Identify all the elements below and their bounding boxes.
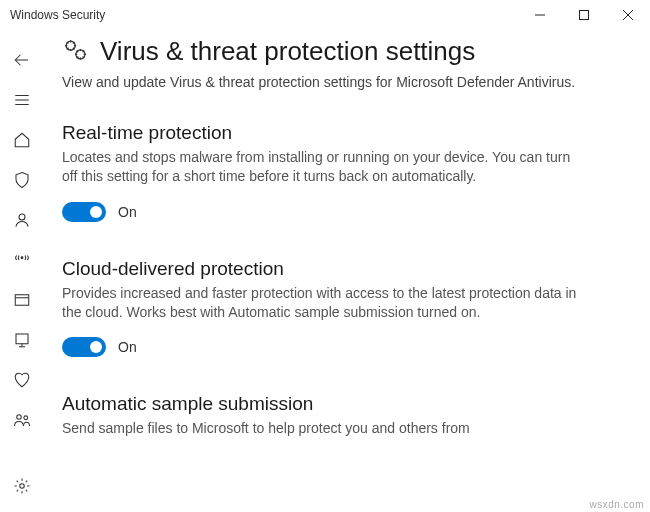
app-body: Virus & threat protection settings View … [0,30,650,512]
realtime-desc: Locates and stops malware from installin… [62,148,582,186]
page-header: Virus & threat protection settings [62,36,614,67]
svg-rect-10 [15,295,29,306]
titlebar: Windows Security [0,0,650,30]
realtime-title: Real-time protection [62,122,582,144]
cloud-toggle[interactable] [62,337,106,357]
svg-point-15 [17,415,22,420]
sidebar-item-firewall[interactable] [0,240,44,280]
sidebar-item-device-health[interactable] [0,360,44,400]
sidebar-item-virus[interactable] [0,160,44,200]
svg-rect-12 [16,334,28,344]
realtime-toggle[interactable] [62,202,106,222]
sidebar-item-device-security[interactable] [0,320,44,360]
sidebar-item-settings[interactable] [0,466,44,506]
cloud-toggle-row: On [62,337,582,357]
maximize-button[interactable] [562,0,606,30]
watermark: wsxdn.com [589,499,644,510]
window-title: Windows Security [10,8,105,22]
close-button[interactable] [606,0,650,30]
sidebar [0,30,44,512]
section-autosample: Automatic sample submission Send sample … [62,393,582,438]
sidebar-item-home[interactable] [0,120,44,160]
window-controls [518,0,650,30]
back-button[interactable] [0,40,44,80]
realtime-toggle-row: On [62,202,582,222]
cloud-title: Cloud-delivered protection [62,258,582,280]
virus-settings-icon [62,37,88,67]
section-realtime: Real-time protection Locates and stops m… [62,122,582,222]
autosample-title: Automatic sample submission [62,393,582,415]
svg-point-17 [20,484,25,489]
page-title: Virus & threat protection settings [100,36,475,67]
svg-point-9 [21,257,23,259]
svg-point-16 [24,416,28,420]
sidebar-item-family[interactable] [0,400,44,440]
menu-button[interactable] [0,80,44,120]
realtime-toggle-label: On [118,204,137,220]
sidebar-item-app-browser[interactable] [0,280,44,320]
page-description: View and update Virus & threat protectio… [62,73,582,92]
cloud-desc: Provides increased and faster protection… [62,284,582,322]
section-cloud: Cloud-delivered protection Provides incr… [62,258,582,358]
minimize-button[interactable] [518,0,562,30]
app-window: Windows Security [0,0,650,512]
main-content: Virus & threat protection settings View … [44,30,650,512]
cloud-toggle-label: On [118,339,137,355]
svg-point-8 [19,214,25,220]
svg-rect-1 [580,11,589,20]
sidebar-item-account[interactable] [0,200,44,240]
autosample-desc: Send sample files to Microsoft to help p… [62,419,582,438]
